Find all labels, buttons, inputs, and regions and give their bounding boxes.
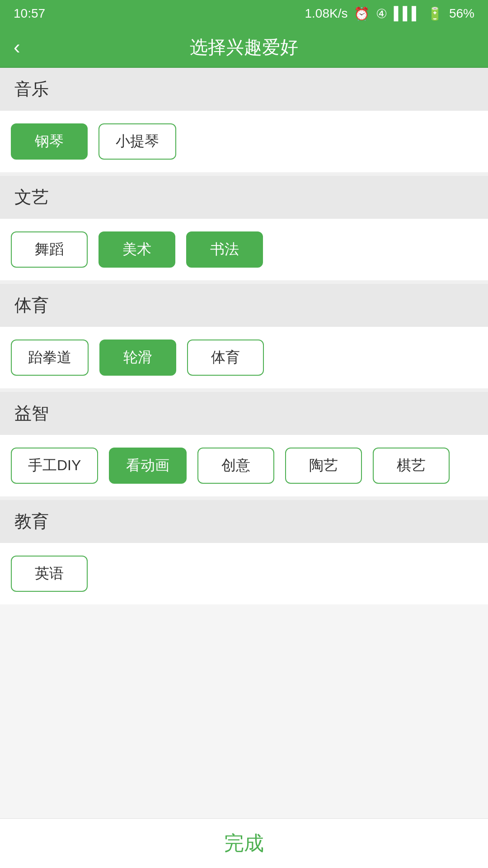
category-header-puzzle: 益智 (0, 392, 488, 435)
section-divider (0, 388, 488, 392)
section-divider (0, 280, 488, 284)
category-header-music: 音乐 (0, 68, 488, 111)
tag-dance[interactable]: 舞蹈 (11, 231, 88, 268)
tags-container-arts: 舞蹈美术书法 (0, 219, 488, 280)
tags-container-puzzle: 手工DIY看动画创意陶艺棋艺 (0, 435, 488, 496)
tag-chess[interactable]: 棋艺 (373, 448, 450, 484)
tag-handicraft[interactable]: 手工DIY (11, 448, 98, 484)
tag-creative[interactable]: 创意 (197, 448, 274, 484)
category-header-education: 教育 (0, 500, 488, 543)
tag-animation[interactable]: 看动画 (109, 448, 187, 484)
signal-icon: ▌▌▌ (394, 6, 421, 21)
section-divider (0, 172, 488, 176)
tag-english[interactable]: 英语 (11, 556, 88, 592)
tags-container-education: 英语 (0, 543, 488, 604)
tag-calligraphy[interactable]: 书法 (186, 231, 263, 268)
done-button[interactable]: 完成 (224, 830, 264, 857)
tag-pe[interactable]: 体育 (187, 340, 264, 376)
circle-4-icon: ④ (376, 6, 387, 21)
battery-percent: 56% (449, 6, 474, 21)
page-title: 选择兴趣爱好 (190, 35, 298, 60)
tag-violin[interactable]: 小提琴 (99, 123, 176, 160)
category-header-sports: 体育 (0, 284, 488, 327)
tag-taekwondo[interactable]: 跆拳道 (11, 340, 89, 376)
tag-piano[interactable]: 钢琴 (11, 123, 88, 160)
battery-icon: 🔋 (427, 6, 443, 21)
status-bar: 10:57 1.08K/s ⏰ ④ ▌▌▌ 🔋 56% (0, 0, 488, 27)
category-header-arts: 文艺 (0, 176, 488, 219)
tags-container-music: 钢琴小提琴 (0, 111, 488, 172)
alarm-icon: ⏰ (354, 6, 370, 21)
content-area: 音乐钢琴小提琴文艺舞蹈美术书法体育跆拳道轮滑体育益智手工DIY看动画创意陶艺棋艺… (0, 68, 488, 818)
network-speed: 1.08K/s (305, 6, 347, 21)
bottom-bar: 完成 (0, 818, 488, 868)
status-time: 10:57 (14, 6, 45, 21)
status-right: 1.08K/s ⏰ ④ ▌▌▌ 🔋 56% (305, 6, 474, 21)
tag-art[interactable]: 美术 (99, 231, 175, 268)
header: ‹ 选择兴趣爱好 (0, 27, 488, 68)
tag-skating[interactable]: 轮滑 (99, 340, 176, 376)
tag-pottery[interactable]: 陶艺 (285, 448, 362, 484)
back-button[interactable]: ‹ (14, 37, 20, 57)
section-divider (0, 496, 488, 500)
tags-container-sports: 跆拳道轮滑体育 (0, 327, 488, 388)
